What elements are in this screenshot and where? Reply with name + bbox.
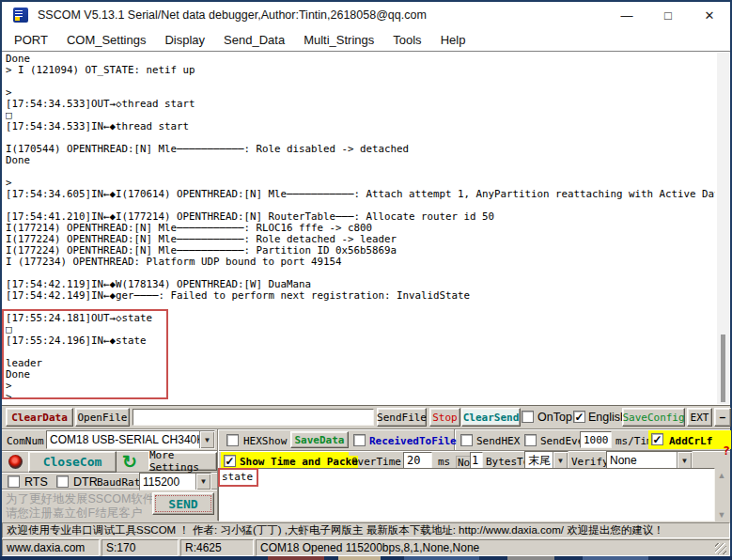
window-bottom-border: [0, 556, 732, 560]
overtime-unit-label: ms: [438, 456, 450, 468]
scroll-up-icon[interactable]: ▲: [715, 469, 728, 482]
welcome-text: 欢迎使用专业串口调试工具SSCOM ！ 作者: 习小猛(丁丁) ,大虾电子网版主…: [7, 523, 664, 537]
minimize-icon[interactable]: —: [606, 2, 647, 28]
file-path-input[interactable]: [132, 409, 374, 426]
status-bar: www.daxia.com S:170 R:4625 COM18 Opened …: [2, 539, 730, 556]
send-interval-input[interactable]: [580, 431, 612, 448]
more-settings-button[interactable]: More Settings: [148, 452, 217, 471]
resize-grip[interactable]: [715, 543, 726, 554]
com-port-select[interactable]: COM18 USB-SERIAL CH340K ▼: [46, 430, 215, 449]
comnum-label: ComNum: [7, 435, 44, 447]
clear-data-button[interactable]: ClearData: [6, 408, 73, 427]
overtime-label: OverTime:: [351, 456, 408, 468]
rts-label: RTS: [24, 475, 48, 489]
app-icon: [13, 8, 28, 23]
baud-rate-select[interactable]: 115200 ▼: [139, 473, 211, 490]
bytes-to-label: BytesTo: [486, 456, 529, 468]
terminal-text: Done > I (121094) OT_STATE: netif up > […: [6, 54, 715, 405]
chevron-down-icon[interactable]: ▼: [199, 431, 214, 448]
rts-checkbox-box[interactable]: [8, 475, 20, 488]
clear-send-button[interactable]: ClearSend: [461, 408, 521, 427]
status-site: www.daxia.com: [2, 539, 100, 556]
menu-display[interactable]: Display: [155, 33, 214, 47]
ext-button[interactable]: EXT: [687, 408, 712, 427]
on-top-label: OnTop: [537, 411, 572, 424]
stop-button[interactable]: Stop: [429, 408, 460, 427]
terminal-scrollbar[interactable]: [717, 53, 729, 404]
dtr-checkbox-box[interactable]: [56, 475, 69, 488]
english-label: English: [588, 411, 627, 424]
window-title: SSCOM V5.13.1 Serial/Net data debugger,A…: [38, 8, 427, 22]
refresh-ports-icon[interactable]: ↻: [122, 454, 137, 471]
menu-multi-strings[interactable]: Multi_Strings: [294, 33, 383, 47]
com-port-value: COM18 USB-SERIAL CH340K: [47, 433, 199, 446]
overtime-input[interactable]: [403, 452, 432, 469]
send-file-button[interactable]: SendFile: [377, 408, 427, 427]
close-icon[interactable]: ✕: [689, 2, 730, 28]
welcome-bar: 欢迎使用专业串口调试工具SSCOM ！ 作者: 习小猛(丁丁) ,大虾电子网版主…: [2, 522, 730, 538]
title-bar: SSCOM V5.13.1 Serial/Net data debugger,A…: [2, 2, 730, 28]
help-icon[interactable]: ?: [723, 443, 730, 458]
received-to-file-label: ReceivedToFile: [369, 435, 457, 447]
show-time-label: Show Time and Packe: [240, 456, 358, 468]
sscom-window: SSCOM V5.13.1 Serial/Net data debugger,A…: [0, 0, 732, 560]
send-hex-checkbox-box[interactable]: [460, 434, 473, 446]
chevron-down-icon[interactable]: ▼: [195, 474, 210, 490]
verify-label: Verify: [571, 456, 609, 468]
window-controls: — □ ✕: [606, 2, 730, 28]
save-config-button[interactable]: SaveConfig: [622, 408, 685, 427]
send-text-value[interactable]: state: [218, 468, 258, 487]
append-pos-select[interactable]: 末尾 ▼: [524, 451, 568, 470]
open-file-button[interactable]: OpenFile: [75, 408, 130, 427]
terminal-scrollbar-thumb[interactable]: [721, 334, 725, 402]
status-sent-count: S:170: [101, 539, 179, 556]
menu-tools[interactable]: Tools: [383, 33, 430, 47]
status-port-state-text: COM18 Opened 115200bps,8,1,None,None: [260, 541, 479, 554]
status-received-count: R:4625: [180, 539, 254, 556]
chevron-down-icon[interactable]: ▼: [553, 452, 568, 469]
add-crlf-checkbox-box[interactable]: [651, 433, 663, 445]
received-to-file-checkbox-box[interactable]: [353, 434, 366, 446]
english-checkbox-box[interactable]: [573, 411, 585, 423]
send-every-checkbox-box[interactable]: [524, 434, 537, 446]
menu-help[interactable]: Help: [431, 33, 475, 47]
add-crlf-label: AddCrLf: [669, 435, 712, 447]
send-hex-label: SendHEX: [476, 435, 520, 447]
com-status-icon: [8, 455, 23, 469]
menu-bar: PORT COM_Settings Display Send_Data Mult…: [2, 28, 730, 51]
verify-select[interactable]: None ▼: [606, 451, 693, 470]
verify-value: None: [607, 454, 677, 467]
send-area-scrollbar[interactable]: ▲ ▼: [715, 469, 728, 521]
maximize-icon[interactable]: □: [647, 2, 689, 28]
close-com-button[interactable]: CloseCom: [28, 451, 117, 473]
menu-com-settings[interactable]: COM_Settings: [57, 33, 156, 47]
status-port-state: COM18 Opened 115200bps,8,1,None,None: [256, 539, 730, 556]
promo-text-line2: 请您注册嘉立创F结尾客户: [6, 506, 142, 521]
baud-rate-label: BaudRat: [97, 476, 140, 489]
show-time-checkbox-box[interactable]: [224, 455, 236, 467]
scroll-down-icon[interactable]: ▼: [715, 508, 728, 521]
hex-show-label: HEXShow: [243, 435, 287, 447]
on-top-checkbox-box[interactable]: [522, 411, 534, 423]
baud-rate-value: 115200: [140, 475, 195, 489]
bytes-input[interactable]: [470, 452, 483, 469]
append-pos-value: 末尾: [525, 453, 553, 469]
save-data-button[interactable]: SaveData: [290, 431, 349, 448]
menu-send-data[interactable]: Send_Data: [214, 33, 294, 47]
menu-port[interactable]: PORT: [2, 33, 57, 47]
chevron-down-icon[interactable]: ▼: [677, 452, 692, 469]
hex-show-checkbox-box[interactable]: [226, 434, 239, 446]
collapse-panel-button[interactable]: −: [714, 408, 731, 427]
dtr-label: DTR: [73, 475, 98, 489]
terminal-output[interactable]: Done > I (121094) OT_STATE: netif up > […: [2, 51, 730, 405]
interval-unit-label: ms/Tim: [615, 435, 653, 447]
send-button[interactable]: SEND: [152, 492, 214, 515]
send-text-area[interactable]: state ▲ ▼: [218, 468, 715, 521]
